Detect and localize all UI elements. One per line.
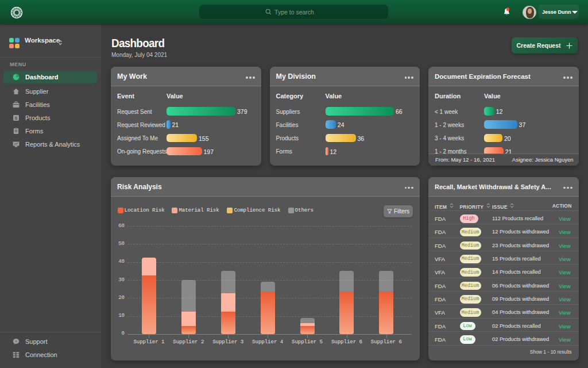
svg-text:S: S xyxy=(14,116,17,120)
